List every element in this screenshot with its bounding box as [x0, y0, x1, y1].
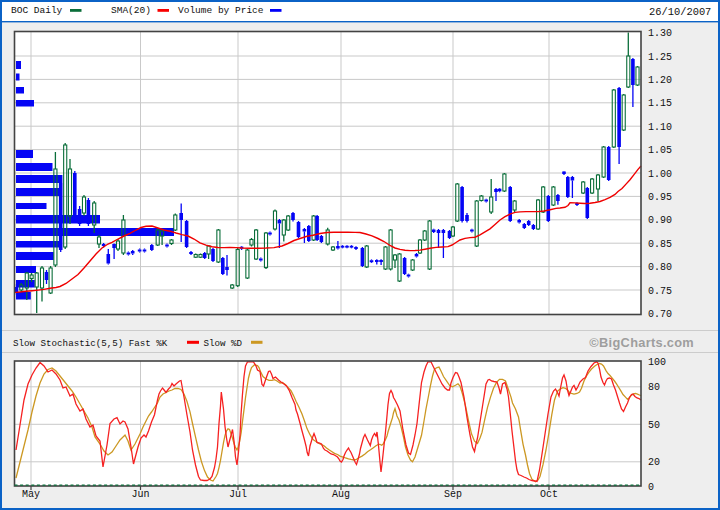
svg-text:1.30: 1.30 — [648, 28, 672, 39]
svg-text:©BigCharts.com: ©BigCharts.com — [589, 335, 694, 350]
svg-text:Aug: Aug — [332, 489, 350, 500]
svg-text:SMA(20): SMA(20) — [111, 5, 151, 16]
svg-text:BOC Daily: BOC Daily — [11, 5, 63, 16]
svg-text:Slow Stochastic(5,5) Fast %K: Slow Stochastic(5,5) Fast %K — [13, 338, 168, 349]
svg-text:0.75: 0.75 — [648, 286, 672, 297]
svg-text:0.80: 0.80 — [648, 262, 672, 273]
svg-text:20: 20 — [648, 457, 660, 468]
svg-text:80: 80 — [648, 382, 660, 393]
svg-text:1.20: 1.20 — [648, 75, 672, 86]
svg-text:1.05: 1.05 — [648, 145, 672, 156]
svg-text:0.95: 0.95 — [648, 192, 672, 203]
svg-text:Jun: Jun — [131, 489, 149, 500]
svg-text:1.25: 1.25 — [648, 52, 672, 63]
svg-text:Jul: Jul — [229, 489, 247, 500]
svg-text:50: 50 — [648, 420, 660, 431]
svg-text:1.00: 1.00 — [648, 169, 672, 180]
svg-text:0: 0 — [648, 482, 654, 493]
svg-text:Oct: Oct — [540, 489, 558, 500]
svg-text:1.10: 1.10 — [648, 122, 672, 133]
svg-text:0.85: 0.85 — [648, 239, 672, 250]
svg-text:Volume by Price: Volume by Price — [178, 5, 264, 16]
svg-text:Sep: Sep — [444, 489, 462, 500]
svg-text:100: 100 — [648, 357, 666, 368]
svg-text:May: May — [22, 489, 40, 500]
svg-text:0.90: 0.90 — [648, 215, 672, 226]
svg-text:26/10/2007: 26/10/2007 — [649, 6, 711, 18]
svg-text:0.70: 0.70 — [648, 309, 672, 320]
svg-text:1.15: 1.15 — [648, 98, 672, 109]
svg-text:Slow %D: Slow %D — [204, 338, 243, 349]
